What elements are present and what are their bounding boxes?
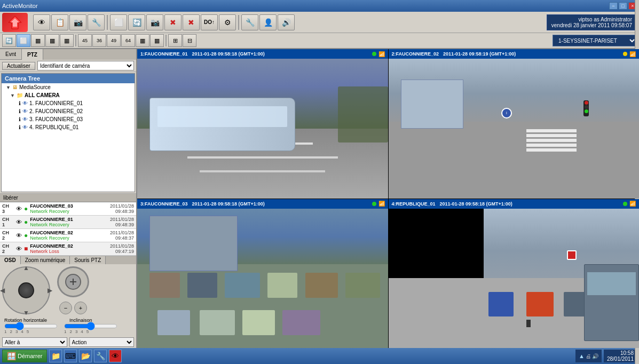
camera-view-2[interactable]: 2:FAUCONNIERE_02 2011-01-28 09:58:19 (GM… xyxy=(389,49,640,199)
camera-view-4[interactable]: 4:REPUBLIQUE_01 2011-01-28 09:58:18 (GMT… xyxy=(389,199,640,349)
ptz-down-arrow[interactable]: ▼ xyxy=(23,309,29,316)
inclinaison-slider[interactable] xyxy=(64,324,117,328)
cam4-scene xyxy=(389,209,640,349)
cam2-zebra-5 xyxy=(526,148,577,152)
cam-info-icon-2: ℹ xyxy=(19,108,21,114)
event-details-3: FAUCONNIERE_02 Network Loss xyxy=(30,243,78,254)
tree-cam-1[interactable]: ℹ 👁 1. FAUCONNIERE_01 xyxy=(2,99,135,107)
event-time-3: 09:47:19 xyxy=(110,249,134,254)
grid9-view-button[interactable]: ▦ xyxy=(60,34,74,47)
ptz-right-arrow[interactable]: ▶ xyxy=(48,287,52,294)
datetime-text: vendredi 28 janvier 2011 09:58:07 xyxy=(551,22,632,28)
delete2-button[interactable]: ✖ xyxy=(183,14,200,30)
tab-ptz[interactable]: PTZ xyxy=(22,49,43,60)
tree-allcamera[interactable]: ▼ 📁 ALL CAMERA xyxy=(2,91,135,99)
taskbar-app-icon[interactable]: 👁 xyxy=(109,350,122,362)
taskbar-cmd-icon[interactable]: ⌨ xyxy=(64,350,77,362)
event-eye-icon-2: 👁 xyxy=(16,232,22,239)
actualiser-button[interactable]: Actualiser xyxy=(2,62,35,70)
layout-alt2-button[interactable]: ▦ xyxy=(150,34,164,47)
tab-event[interactable]: Evnt xyxy=(0,49,22,60)
minimize-button[interactable]: − xyxy=(609,2,618,10)
user-button[interactable]: 👤 xyxy=(259,14,277,30)
event-row-2[interactable]: CH2 👁 ● FAUCONNIERE_02 Network Recovery … xyxy=(0,229,136,242)
layout-select[interactable]: 1-SEYSSINET-PARISET 2-GRENOBLE xyxy=(553,35,637,46)
zoom-in-button[interactable]: + xyxy=(74,302,87,314)
event-date-3: 2011/01/28 xyxy=(110,243,134,249)
volume-button[interactable]: 🔊 xyxy=(278,14,295,30)
delete-button[interactable]: ✖ xyxy=(164,14,182,30)
goto-select[interactable]: Aller à xyxy=(2,337,67,347)
tree-cam-3[interactable]: ℹ 👁 3. FAUCONNIERE_03 xyxy=(2,115,135,123)
event-datetime-1: 2011/01/28 09:48:39 xyxy=(110,217,134,227)
layout36-button[interactable]: 36 xyxy=(92,34,106,47)
layout-button[interactable]: ⬜ xyxy=(110,14,127,30)
event-type-3: Network Loss xyxy=(30,249,78,254)
event-cam-0: FAUCONNIERE_03 xyxy=(30,203,78,209)
taskbar-tools-icon[interactable]: 🔧 xyxy=(94,350,107,362)
event-row-1[interactable]: CH1 👁 ● FAUCONNIERE_01 Network Recovery … xyxy=(0,216,136,229)
cam1-header: 1:FAUCONNIERE_01 2011-01-28 09:58:18 (GM… xyxy=(137,49,388,59)
mediasource-label: MediaSource xyxy=(19,84,51,90)
layout49-button[interactable]: 49 xyxy=(107,34,121,47)
do-button[interactable]: DO↑ xyxy=(201,14,218,30)
maximize-button[interactable]: □ xyxy=(619,2,627,10)
event-eye-icon-3: 👁 xyxy=(16,246,22,252)
camera-view-1[interactable]: 1:FAUCONNIERE_01 2011-01-28 09:58:18 (GM… xyxy=(137,49,388,199)
cam3-car-8 xyxy=(200,310,235,335)
ptz-tab-osd[interactable]: OSD xyxy=(0,256,21,264)
grid-side-button[interactable]: ⊞ xyxy=(168,34,182,47)
ptz-tab-zoom[interactable]: Zoom numérique xyxy=(21,256,70,264)
cam3-signal-icon: 📶 xyxy=(378,201,385,207)
camera-view-3[interactable]: 3:FAUCONNIERE_03 2011-01-28 09:58:18 (GM… xyxy=(137,199,388,349)
tree-cam-4[interactable]: ℹ 👁 4. REPUBLIQUE_01 xyxy=(2,123,135,131)
event-row-0[interactable]: CH3 👁 ● FAUCONNIERE_03 Network Recovery … xyxy=(0,202,136,216)
cam2-status-indicator xyxy=(623,52,627,56)
single-view-button[interactable]: ⬜ xyxy=(17,34,30,47)
rotation-slider[interactable] xyxy=(4,324,58,328)
tree-mediasource[interactable]: ▼ 🖥 MediaSource xyxy=(2,83,135,91)
event-time-2: 09:48:37 xyxy=(110,235,134,241)
layout64-button[interactable]: 64 xyxy=(121,34,135,47)
grid-side2-button[interactable]: ⊟ xyxy=(183,34,196,47)
cam2-traffic-light xyxy=(583,100,589,116)
refresh-button[interactable]: 🔄 xyxy=(128,14,145,30)
start-button[interactable]: 🪟 Démarrer xyxy=(2,350,47,362)
sliders-inputs-row: 12345 12345 xyxy=(4,324,132,334)
refresh-view-button[interactable]: 🔄 xyxy=(2,34,16,47)
taskbar-explorer-icon[interactable]: 📂 xyxy=(79,350,92,362)
layout-alt1-button[interactable]: ▦ xyxy=(136,34,149,47)
quad-view-button[interactable]: ▦ xyxy=(31,34,45,47)
folder-icon: 🖥 xyxy=(12,84,18,90)
cam2-header: 2:FAUCONNIERE_02 2011-01-28 09:58:19 (GM… xyxy=(389,49,640,59)
ptz-zoom-ring[interactable] xyxy=(57,266,89,297)
gear-button[interactable]: ⚙ xyxy=(219,14,236,30)
camera-tree: Camera Tree ▼ 🖥 MediaSource ▼ 📁 ALL CAME… xyxy=(1,73,135,192)
camera-id-select[interactable]: Identifiant de caméra xyxy=(37,61,134,70)
settings-button[interactable]: 🔧 xyxy=(88,14,105,30)
ptz-left-arrow[interactable]: ◀ xyxy=(0,287,5,294)
cam2-light-yellow xyxy=(585,105,588,109)
event-cam-3: FAUCONNIERE_02 xyxy=(30,243,78,249)
ptz-up-arrow[interactable]: ▲ xyxy=(23,264,29,272)
zoom-out-button[interactable]: − xyxy=(59,302,72,314)
event-time-0: 09:48:39 xyxy=(110,209,134,214)
camera-button[interactable]: 📷 xyxy=(69,14,86,30)
ptz-tab-souris[interactable]: Souris PTZ xyxy=(70,256,106,264)
cam1-tram xyxy=(149,98,295,151)
event-details-1: FAUCONNIERE_01 Network Recovery xyxy=(30,217,78,227)
grid6-view-button[interactable]: ▦ xyxy=(45,34,59,47)
liberer-bar[interactable]: libérer xyxy=(0,194,136,202)
view-button[interactable]: 👁 xyxy=(33,14,50,30)
wrench-button[interactable]: 🔧 xyxy=(241,14,258,30)
action-select[interactable]: Action xyxy=(69,337,135,347)
layout45-button[interactable]: 45 xyxy=(78,34,92,47)
taskbar-folder-icon[interactable]: 📁 xyxy=(49,350,62,362)
cam1-header-right: 📶 xyxy=(372,51,385,57)
ptz-joystick[interactable]: ▲ ▼ ◀ ▶ xyxy=(2,266,50,314)
tree-cam-2[interactable]: ℹ 👁 2. FAUCONNIERE_02 xyxy=(2,107,135,115)
event-row-3[interactable]: CH2 👁 ■ FAUCONNIERE_02 Network Loss 2011… xyxy=(0,242,136,256)
main-area: Evnt PTZ Actualiser Identifiant de camér… xyxy=(0,49,639,348)
snapshot-button[interactable]: 📷 xyxy=(146,14,163,30)
list-button[interactable]: 📋 xyxy=(51,14,68,30)
